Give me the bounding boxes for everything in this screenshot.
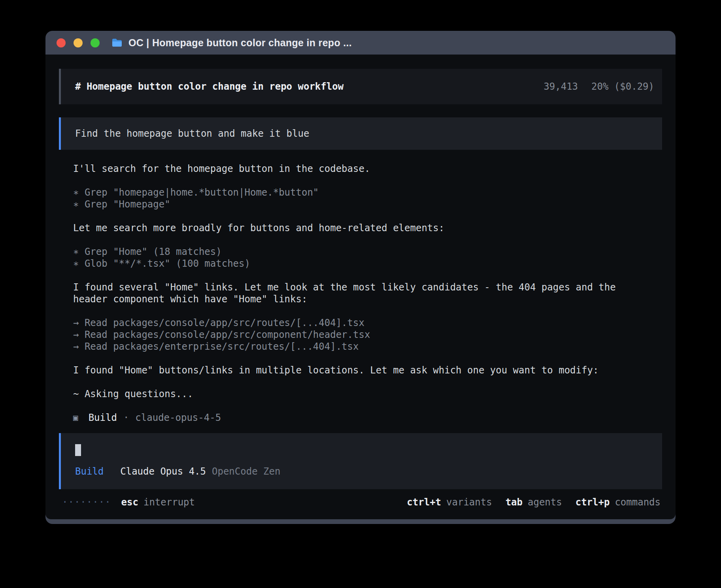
line-gap (73, 210, 650, 222)
hint-agents: agents (528, 496, 562, 508)
key-ctrl-p: ctrl+p (576, 496, 610, 508)
user-message: Find the homepage button and make it blu… (59, 117, 662, 150)
assistant-text-line: ~ Asking questions... (73, 388, 650, 400)
tool-call-line: ∗ Grep "Homepage" (73, 198, 650, 210)
line-gap (73, 175, 650, 187)
close-button[interactable] (57, 38, 66, 47)
line-gap (73, 352, 650, 364)
hint-commands: commands (615, 496, 661, 508)
assistant-text-line: I found several "Home" links. Let me loo… (73, 281, 650, 305)
traffic-lights (57, 38, 100, 47)
minimize-button[interactable] (74, 38, 83, 47)
input-provider-name: OpenCode Zen (212, 466, 280, 477)
title-group: OC | Homepage button color change in rep… (111, 37, 352, 49)
assistant-text-line: I found "Home" buttons/links in multiple… (73, 364, 650, 376)
status-bar-left: ········ esc interrupt (62, 496, 195, 508)
conversation: I'll search for the homepage button in t… (59, 150, 662, 424)
window-title: OC | Homepage button color change in rep… (128, 37, 352, 49)
user-message-text: Find the homepage button and make it blu… (75, 128, 309, 139)
window-titlebar[interactable]: OC | Homepage button color change in rep… (45, 31, 676, 55)
session-stats: 39,413 20% ($0.29) (544, 81, 654, 92)
tool-call-line: ∗ Grep "Home" (18 matches) (73, 246, 650, 258)
tool-call-line: → Read packages/console/app/src/componen… (73, 329, 650, 341)
context-cost: 20% ($0.29) (591, 81, 654, 92)
spinner-dots-icon: ········ (62, 496, 111, 508)
agent-model: claude-opus-4-5 (135, 412, 221, 424)
session-title: # Homepage button color change in repo w… (75, 81, 344, 92)
agent-separator: · (123, 412, 129, 424)
shortcut-variants: ctrl+t variants (407, 496, 492, 508)
tool-call-line: ∗ Grep "homepage|home.*button|Home.*butt… (73, 187, 650, 198)
prompt-input[interactable]: Build Claude Opus 4.5 OpenCode Zen (59, 433, 662, 489)
shortcut-agents: tab agents (506, 496, 562, 508)
agent-status-row: ▣ Build · claude-opus-4-5 (73, 412, 650, 424)
token-count: 39,413 (544, 81, 578, 92)
line-gap (73, 270, 650, 281)
terminal-content: # Homepage button color change in repo w… (45, 55, 676, 519)
line-gap (73, 376, 650, 388)
agent-badge-icon: ▣ (73, 412, 78, 424)
status-bar: ········ esc interrupt ctrl+t variants t… (59, 496, 662, 508)
assistant-text-line: Let me search more broadly for buttons a… (73, 222, 650, 234)
line-gap (73, 234, 650, 246)
input-model-name: Claude Opus 4.5 (120, 466, 206, 477)
key-ctrl-t: ctrl+t (407, 496, 441, 508)
key-tab: tab (506, 496, 523, 508)
status-bar-right: ctrl+t variants tab agents ctrl+p comman… (407, 496, 661, 508)
tool-call-line: ∗ Glob "**/*.tsx" (100 matches) (73, 258, 650, 270)
folder-icon (111, 38, 123, 47)
assistant-text-line: I'll search for the homepage button in t… (73, 163, 650, 175)
agent-name: Build (89, 412, 117, 424)
tool-call-line: → Read packages/enterprise/src/routes/[.… (73, 341, 650, 352)
hint-interrupt: interrupt (143, 496, 195, 508)
session-header: # Homepage button color change in repo w… (59, 69, 662, 104)
shortcut-commands: ctrl+p commands (576, 496, 661, 508)
text-cursor (75, 444, 81, 456)
terminal-window: OC | Homepage button color change in rep… (45, 31, 676, 524)
tool-call-line: → Read packages/console/app/src/routes/[… (73, 317, 650, 329)
hint-variants: variants (446, 496, 492, 508)
key-esc: esc (121, 496, 138, 508)
line-gap (73, 305, 650, 317)
input-agent-label: Build (75, 466, 104, 477)
shortcut-interrupt: esc interrupt (121, 496, 195, 508)
zoom-button[interactable] (91, 38, 100, 47)
model-status-line: Build Claude Opus 4.5 OpenCode Zen (75, 466, 648, 477)
